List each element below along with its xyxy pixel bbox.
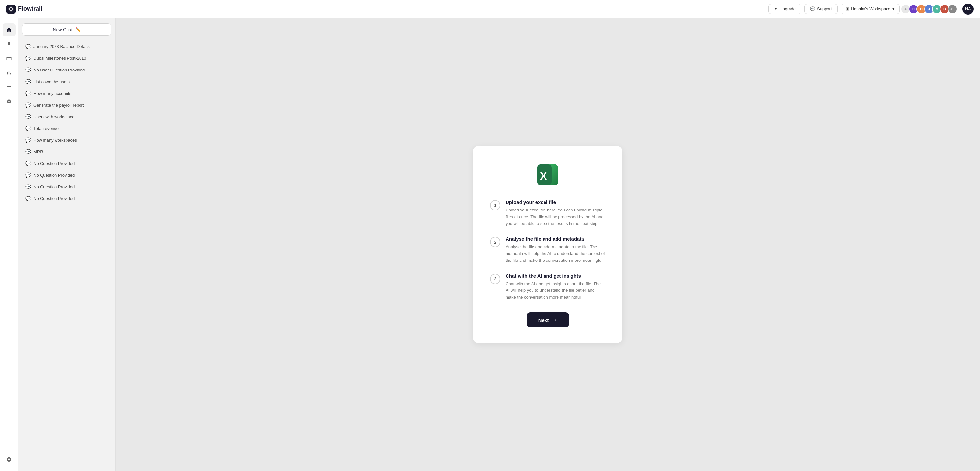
chat-bubble-icon: 💬	[25, 79, 31, 84]
chat-bubble-icon: 💬	[25, 44, 31, 49]
chat-bubble-icon: 💬	[25, 196, 31, 201]
chat-bubble-icon: 💬	[25, 137, 31, 143]
step-desc-2: Analyse the file and add metadata to the…	[506, 244, 606, 264]
steps-list: 1 Upload your excel file Upload your exc…	[490, 200, 606, 301]
step-content-1: Upload your excel file Upload your excel…	[506, 200, 606, 227]
discord-icon: 💬	[810, 6, 815, 11]
excel-icon: X	[535, 162, 561, 188]
rail-analytics[interactable]	[3, 66, 16, 79]
chat-item[interactable]: 💬 How many workspaces	[22, 134, 111, 145]
chat-bubble-icon: 💬	[25, 91, 31, 96]
support-button[interactable]: 💬 Support	[805, 4, 838, 14]
rail-pin[interactable]	[3, 38, 16, 51]
chat-item[interactable]: 💬 Dubai Milestones Post-2010	[22, 53, 111, 64]
chat-item[interactable]: 💬 January 2023 Balance Details	[22, 41, 111, 52]
step-number-3: 3	[490, 274, 500, 284]
chat-item[interactable]: 💬 No User Question Provided	[22, 64, 111, 75]
chat-item[interactable]: 💬 Users with workspace	[22, 111, 111, 122]
avatars-group: + H H J M B +5	[903, 4, 957, 14]
workspace-button[interactable]: ⊞ Hashim's Workspace ▾	[841, 4, 899, 14]
step-desc-1: Upload your excel file here. You can upl…	[506, 207, 606, 227]
step-title-1: Upload your excel file	[506, 200, 606, 205]
edit-icon: ✏️	[75, 27, 81, 32]
chat-list: 💬 January 2023 Balance Details 💬 Dubai M…	[22, 41, 111, 204]
step-desc-3: Chat with the AI and get insights about …	[506, 281, 606, 301]
step-title-2: Analyse the file and add metadata	[506, 236, 606, 242]
header-right: ✦ Upgrade 💬 Support ⊞ Hashim's Workspace…	[768, 3, 974, 14]
rail-table[interactable]	[3, 81, 16, 94]
rail-home[interactable]	[3, 23, 16, 37]
main-content: X 1 Upload your excel file Upload your e…	[116, 18, 980, 471]
rail-settings[interactable]	[3, 453, 16, 466]
step-number-2: 2	[490, 237, 500, 247]
step-1: 1 Upload your excel file Upload your exc…	[490, 200, 606, 227]
step-number-1: 1	[490, 200, 500, 211]
chat-item[interactable]: 💬 No Question Provided	[22, 193, 111, 204]
step-content-3: Chat with the AI and get insights Chat w…	[506, 273, 606, 301]
logo-area: Flowtrail	[6, 5, 42, 14]
chat-item[interactable]: 💬 MRR	[22, 146, 111, 157]
chat-bubble-icon: 💬	[25, 126, 31, 131]
chat-item[interactable]: 💬 List down the users	[22, 76, 111, 87]
chat-sidebar: New Chat ✏️ 💬 January 2023 Balance Detai…	[18, 18, 116, 471]
chat-bubble-icon: 💬	[25, 67, 31, 72]
upgrade-icon: ✦	[774, 6, 778, 11]
chat-item[interactable]: 💬 Generate the payroll report	[22, 99, 111, 110]
rail-billing[interactable]	[3, 52, 16, 65]
step-title-3: Chat with the AI and get insights	[506, 273, 606, 279]
chat-item[interactable]: 💬 Total revenue	[22, 123, 111, 134]
arrow-right-icon: →	[552, 317, 557, 323]
svg-text:X: X	[540, 170, 547, 182]
upgrade-button[interactable]: ✦ Upgrade	[768, 4, 801, 14]
avatar-extra: +5	[948, 4, 957, 14]
step-2: 2 Analyse the file and add metadata Anal…	[490, 236, 606, 264]
step-3: 3 Chat with the AI and get insights Chat…	[490, 273, 606, 301]
ha-avatar[interactable]: HA	[963, 3, 974, 14]
chat-bubble-icon: 💬	[25, 149, 31, 154]
step-content-2: Analyse the file and add metadata Analys…	[506, 236, 606, 264]
chat-bubble-icon: 💬	[25, 161, 31, 166]
next-label: Next	[538, 317, 549, 323]
chat-item[interactable]: 💬 No Question Provided	[22, 169, 111, 180]
icon-rail	[0, 18, 18, 471]
header: Flowtrail ✦ Upgrade 💬 Support ⊞ Hashim's…	[0, 0, 980, 18]
chat-item[interactable]: 💬 No Question Provided	[22, 181, 111, 192]
new-chat-label: New Chat	[52, 27, 72, 32]
excel-icon-wrapper: X	[535, 162, 561, 189]
flowtrail-logo-icon	[6, 5, 16, 14]
chat-bubble-icon: 💬	[25, 56, 31, 61]
chat-bubble-icon: 💬	[25, 172, 31, 178]
grid-icon: ⊞	[846, 6, 849, 11]
chat-bubble-icon: 💬	[25, 114, 31, 119]
next-button[interactable]: Next →	[527, 313, 569, 327]
logo-text: Flowtrail	[18, 6, 42, 12]
new-chat-button[interactable]: New Chat ✏️	[22, 23, 111, 36]
onboarding-card: X 1 Upload your excel file Upload your e…	[473, 146, 622, 343]
layout: New Chat ✏️ 💬 January 2023 Balance Detai…	[0, 18, 980, 471]
chat-bubble-icon: 💬	[25, 184, 31, 189]
rail-bot[interactable]	[3, 95, 16, 108]
chevron-down-icon: ▾	[892, 6, 895, 11]
chat-bubble-icon: 💬	[25, 102, 31, 107]
chat-item[interactable]: 💬 How many accounts	[22, 88, 111, 99]
chat-item[interactable]: 💬 No Question Provided	[22, 158, 111, 169]
